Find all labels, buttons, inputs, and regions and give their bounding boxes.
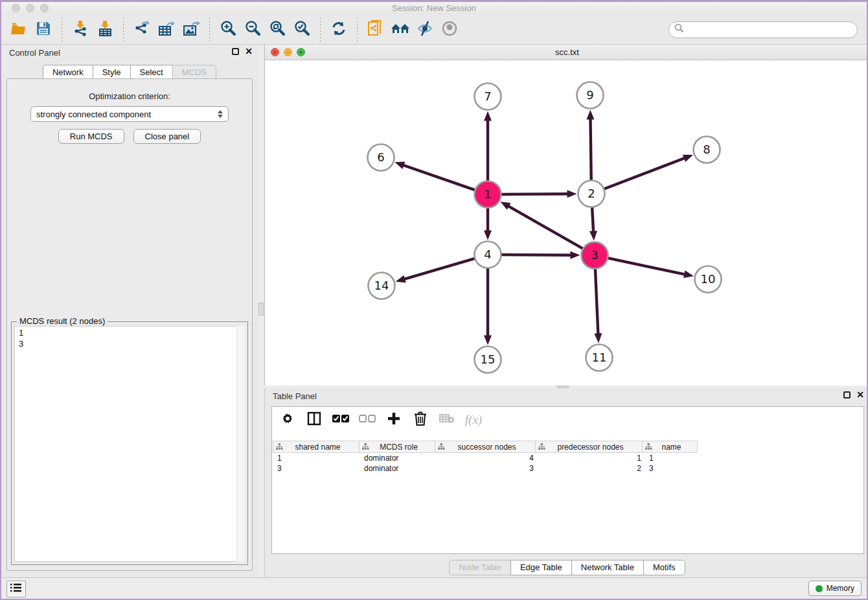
node-4[interactable]: 4 — [475, 242, 501, 268]
clone-network-button[interactable] — [363, 18, 388, 41]
refresh-view-button[interactable] — [326, 18, 351, 41]
close-panel-icon[interactable]: ✕ — [245, 48, 253, 55]
node-1[interactable]: 1 — [475, 181, 501, 208]
table-cell[interactable]: 3 — [437, 464, 538, 473]
edge-1-6[interactable] — [394, 162, 476, 190]
table-row[interactable]: 3dominator323 — [273, 463, 862, 474]
table-cell[interactable]: dominator — [360, 464, 437, 473]
column-type-icon — [538, 443, 545, 452]
column-header-successor-nodes[interactable]: successor nodes — [435, 441, 536, 453]
svg-text:3: 3 — [591, 248, 598, 262]
open-file-button[interactable] — [6, 18, 31, 41]
tab-motifs[interactable]: Motifs — [643, 560, 685, 575]
export-network-icon — [133, 20, 150, 39]
edge-1-7[interactable] — [484, 111, 492, 183]
node-10[interactable]: 10 — [695, 266, 722, 293]
import-table-button[interactable] — [93, 18, 117, 41]
memory-button[interactable]: Memory — [808, 581, 862, 596]
table-cell[interactable]: 1 — [273, 454, 360, 463]
node-8[interactable]: 8 — [694, 137, 720, 163]
search-input[interactable] — [688, 25, 852, 34]
column-type-icon — [362, 443, 369, 452]
table-row[interactable]: 1dominator411 — [273, 453, 862, 463]
window-title: Session: New Session — [1, 3, 867, 13]
table-cell[interactable]: 1 — [538, 454, 645, 463]
delete-table-button-disabled[interactable] — [439, 412, 455, 428]
edge-2-3[interactable] — [589, 206, 597, 241]
select-stepper-icon — [218, 110, 223, 118]
zoom-selected-button[interactable] — [290, 18, 314, 41]
zoom-in-button[interactable] — [216, 18, 240, 41]
hide-network-button[interactable] — [413, 18, 437, 41]
float-panel-icon[interactable] — [232, 48, 239, 55]
tab-node-table[interactable]: Node Table — [449, 560, 511, 575]
column-header-shared-name[interactable]: shared name — [273, 441, 360, 453]
edge-1-2[interactable] — [500, 190, 577, 198]
open-folder-icon — [10, 21, 28, 38]
import-table-icon — [97, 20, 113, 39]
zoom-selected-icon — [293, 20, 310, 39]
table-cell[interactable]: dominator — [360, 454, 437, 463]
column-type-icon — [276, 443, 283, 452]
gear-icon — [281, 412, 294, 428]
close-table-panel-icon[interactable]: ✕ — [856, 391, 864, 398]
export-network-button[interactable] — [130, 18, 154, 41]
table-cell[interactable]: 1 — [645, 454, 701, 463]
delete-column-button[interactable] — [413, 412, 428, 428]
close-panel-button[interactable]: Close panel — [133, 129, 201, 144]
task-history-button[interactable] — [6, 581, 26, 597]
node-2[interactable]: 2 — [578, 181, 605, 207]
edge-3-10[interactable] — [607, 258, 694, 278]
node-11[interactable]: 11 — [586, 345, 613, 371]
column-header-name[interactable]: name — [642, 441, 698, 453]
edge-4-15[interactable] — [484, 267, 492, 345]
splitter-handle[interactable] — [258, 303, 264, 316]
tab-edge-table[interactable]: Edge Table — [510, 560, 572, 575]
export-image-button[interactable] — [179, 18, 203, 41]
toggle-view-button[interactable] — [437, 18, 462, 41]
import-network-button[interactable] — [68, 18, 93, 41]
search-field[interactable] — [668, 21, 858, 38]
result-scrollbar[interactable] — [236, 326, 245, 562]
node-15[interactable]: 15 — [475, 347, 501, 373]
criterion-select[interactable]: strongly connected component — [30, 106, 229, 122]
column-header-predecessor-nodes[interactable]: predecessor nodes — [535, 441, 643, 453]
toggle-column-panel-button[interactable] — [306, 412, 322, 428]
table-cell[interactable]: 3 — [273, 464, 360, 473]
export-table-button[interactable] — [154, 18, 179, 41]
zoom-out-button[interactable] — [240, 18, 265, 41]
edge-4-3[interactable] — [500, 251, 580, 259]
toolbar-separator — [62, 17, 62, 42]
edge-3-1[interactable] — [501, 202, 584, 249]
table-cell[interactable]: 3 — [645, 464, 701, 473]
table-cell[interactable]: 4 — [437, 454, 538, 463]
function-builder-button-disabled[interactable]: f(x) — [466, 412, 481, 428]
add-column-button[interactable] — [386, 412, 402, 428]
table-cell[interactable]: 2 — [538, 464, 645, 473]
edge-4-14[interactable] — [396, 258, 476, 283]
save-session-button[interactable] — [31, 18, 56, 41]
svg-text:11: 11 — [592, 351, 607, 364]
node-14[interactable]: 14 — [369, 273, 395, 299]
float-table-panel-icon[interactable] — [843, 391, 851, 398]
edge-2-8[interactable] — [603, 155, 693, 189]
node-3[interactable]: 3 — [582, 242, 608, 269]
select-all-button[interactable] — [333, 412, 348, 428]
mcds-result-text[interactable]: 1 3 — [14, 326, 245, 562]
network-graph-canvas[interactable]: 7968124314101511 — [265, 60, 868, 386]
node-9[interactable]: 9 — [577, 82, 604, 109]
edge-2-9[interactable] — [586, 110, 594, 181]
zoom-fit-button[interactable] — [265, 18, 290, 41]
node-7[interactable]: 7 — [475, 84, 501, 110]
show-all-networks-button[interactable] — [388, 18, 413, 41]
vertical-splitter[interactable] — [258, 45, 264, 577]
table-settings-button[interactable] — [280, 412, 295, 428]
network-window-title: scc.txt — [265, 47, 868, 57]
tab-network-table[interactable]: Network Table — [571, 560, 644, 575]
run-mcds-button[interactable]: Run MCDS — [58, 129, 124, 144]
edge-3-11[interactable] — [594, 268, 602, 343]
column-header-MCDS-role[interactable]: MCDS role — [359, 441, 435, 453]
deselect-all-button[interactable] — [360, 412, 375, 428]
node-6[interactable]: 6 — [368, 144, 394, 171]
edge-1-4[interactable] — [484, 207, 492, 240]
